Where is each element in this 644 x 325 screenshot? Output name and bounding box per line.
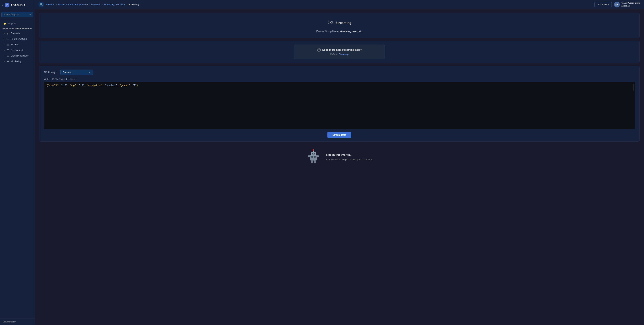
team-name: Team: Python Demo xyxy=(621,2,640,4)
scrollbar[interactable] xyxy=(634,83,634,91)
logo: ABACUS.AI xyxy=(4,2,26,7)
logo-icon xyxy=(4,2,10,7)
svg-rect-16 xyxy=(314,156,316,158)
streaming-title: Streaming xyxy=(336,21,351,25)
svg-text:AK: AK xyxy=(615,3,618,6)
sidebar-item-monitoring[interactable]: ► ☷ Monitoring xyxy=(1,59,34,64)
back-arrow[interactable]: ‹ xyxy=(2,3,3,7)
project-name: Movie Lens Recommendation xyxy=(0,26,35,30)
svg-rect-17 xyxy=(308,155,310,157)
sep: > xyxy=(55,3,56,6)
receiving-desc: Our robot is waiting to receive your fir… xyxy=(326,158,372,161)
topbar-right: Invite Team AK Team: Python Demo Ankit K… xyxy=(594,2,640,7)
api-editor-card: API Library: Console ▼ Write a JSON Obje… xyxy=(39,66,640,142)
model-icon: ☷ xyxy=(6,43,10,46)
help-title: Need more help streaming data? xyxy=(322,48,362,51)
sidebar-item-label: Monitoring xyxy=(11,60,22,63)
svg-rect-20 xyxy=(314,161,316,163)
streaming-header-card: Streaming Feature Group Name: streaming_… xyxy=(39,13,640,38)
question-icon: ? xyxy=(317,48,321,52)
chevron-icon: ► xyxy=(3,32,5,34)
svg-rect-19 xyxy=(311,161,313,163)
help-card: ? Need more help streaming data? Refer t… xyxy=(294,44,385,59)
svg-rect-14 xyxy=(312,155,315,155)
breadcrumb: Projects > Movie Lens Recommendation > D… xyxy=(46,3,593,6)
batch-icon: ☷ xyxy=(6,54,10,57)
search-icon[interactable]: 🔍 xyxy=(38,2,44,7)
help-refer: Refer to Streaming xyxy=(330,53,349,56)
svg-rect-13 xyxy=(314,153,315,154)
chevron-icon: ► xyxy=(3,55,5,57)
breadcrumb-movie-lens[interactable]: Movie Lens Recommendation xyxy=(58,3,88,6)
sidebar-item-label: Models xyxy=(11,43,18,46)
sidebar-item-models[interactable]: ► ☷ Models xyxy=(1,42,34,47)
svg-point-7 xyxy=(330,22,331,23)
avatar: AK xyxy=(614,2,620,7)
sidebar-item-batch-predictions[interactable]: ► ☷ Batch Predictions xyxy=(1,53,34,58)
search-projects-placeholder: Search Projects xyxy=(4,13,19,16)
search-dropdown-arrow: ▼ xyxy=(29,13,31,16)
avatar-image: AK xyxy=(614,2,620,7)
receiving-events-section: Receiving events... Our robot is waiting… xyxy=(39,145,640,168)
chevron-icon: ► xyxy=(3,60,5,62)
logo-area: ‹ ABACUS.AI xyxy=(0,0,35,10)
api-library-value: Console xyxy=(63,71,87,73)
deploy-icon: ☷ xyxy=(6,49,10,52)
topbar: 🔍 Projects > Movie Lens Recommendation >… xyxy=(35,0,644,9)
search-projects-input[interactable]: Search Projects ▼ xyxy=(2,12,33,17)
help-question: ? Need more help streaming data? xyxy=(317,48,362,52)
user-avatar-area[interactable]: AK Team: Python Demo Ankit Khare xyxy=(614,2,640,7)
json-content: {"userId": "123", "age": "19", "occupati… xyxy=(46,84,138,87)
sidebar-item-label: Feature Groups xyxy=(11,38,27,40)
json-editor-label: Write a JSON Object to stream: xyxy=(44,78,635,80)
sidebar-item-datasets[interactable]: ► ▮ Datasets xyxy=(1,31,34,36)
streaming-link[interactable]: Streaming xyxy=(339,53,349,56)
folder-icon: 📁 xyxy=(3,22,6,25)
api-library-row: API Library: Console ▼ xyxy=(44,69,635,75)
sep: > xyxy=(89,3,90,6)
help-card-wrapper: ? Need more help streaming data? Refer t… xyxy=(39,41,640,63)
sidebar-item-label: Batch Predictions xyxy=(11,54,28,57)
sidebar: ‹ ABACUS.AI Search Projects ▼ 📁 Projects xyxy=(0,0,35,325)
database-icon: ▮ xyxy=(6,32,10,35)
sidebar-item-label: Datasets xyxy=(11,32,20,35)
monitor-icon: ☷ xyxy=(6,60,10,63)
svg-point-0 xyxy=(5,3,10,7)
streaming-broadcast-icon xyxy=(328,19,333,26)
sidebar-item-feature-groups[interactable]: ► ☷ Feature Groups xyxy=(1,36,34,42)
svg-rect-18 xyxy=(317,155,319,157)
breadcrumb-projects[interactable]: Projects xyxy=(46,3,54,6)
stream-data-button[interactable]: Stream Data xyxy=(328,132,351,138)
sidebar-nav: 📁 Projects Movie Lens Recommendation ► ▮… xyxy=(0,19,35,66)
sidebar-item-projects[interactable]: 📁 Projects xyxy=(1,21,34,26)
sep: > xyxy=(101,3,102,6)
robot-svg xyxy=(306,148,321,166)
sidebar-item-deployments[interactable]: ► ☷ Deployments xyxy=(1,47,34,53)
svg-point-11 xyxy=(313,149,314,151)
receiving-text: Receiving events... Our robot is waiting… xyxy=(326,153,372,161)
breadcrumb-datasets[interactable]: Datasets xyxy=(91,3,100,6)
broadcast-svg xyxy=(328,19,333,25)
receiving-title: Receiving events... xyxy=(326,153,372,157)
content-area: Streaming Feature Group Name: streaming_… xyxy=(35,9,644,325)
feature-group-name-row: Feature Group Name: streaming_user_attr xyxy=(44,30,635,34)
api-library-select[interactable]: Console ▼ xyxy=(60,69,93,75)
svg-rect-8 xyxy=(310,155,317,161)
sep: > xyxy=(126,3,127,6)
grid-icon: ☷ xyxy=(6,37,10,40)
svg-rect-12 xyxy=(312,153,313,154)
breadcrumb-current: Streaming xyxy=(128,3,140,6)
user-info: Team: Python Demo Ankit Khare xyxy=(621,2,640,7)
dropdown-arrow-icon: ▼ xyxy=(89,71,91,73)
sidebar-item-label: Deployments xyxy=(11,49,24,51)
invite-team-button[interactable]: Invite Team xyxy=(594,2,612,7)
json-editor[interactable]: {"userId": "123", "age": "19", "occupati… xyxy=(44,82,635,129)
feature-group-label: Feature Group Name: xyxy=(316,30,339,33)
breadcrumb-streaming-user-data[interactable]: Streaming User Data xyxy=(104,3,125,6)
documentation-link[interactable]: Documentation xyxy=(0,318,35,325)
api-library-label: API Library: xyxy=(44,71,58,73)
chevron-icon: ► xyxy=(3,49,5,51)
refer-label: Refer to xyxy=(330,53,338,56)
main-area: 🔍 Projects > Movie Lens Recommendation >… xyxy=(35,0,644,325)
search-projects-container: Search Projects ▼ xyxy=(0,10,35,19)
